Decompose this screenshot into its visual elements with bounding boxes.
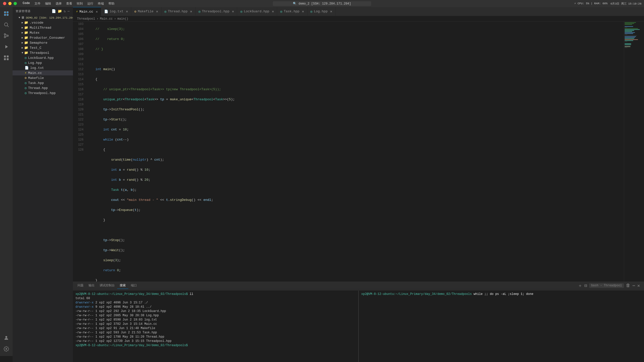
sidebar-item-testc[interactable]: ▶ 📁 Test_C (13, 45, 73, 50)
panel-tab-problems[interactable]: 问题 (75, 282, 86, 289)
terminal-output-main-cc: -rw-rw-r-- 1 xp2 xp2 3782 Jun 3 15:14 Ma… (75, 322, 356, 326)
tab-log-txt-label: log.txt (110, 10, 124, 13)
panel-tab-ports[interactable]: 端口 (128, 282, 139, 289)
tab-makefile-label: Makefile (138, 10, 153, 13)
panel-close-icon[interactable]: ✕ (637, 283, 640, 288)
tab-makefile-close[interactable]: ✕ (156, 9, 158, 14)
sidebar-lockguard-label: LockGuard.hpp (28, 56, 54, 60)
tab-log-txt-close[interactable]: ✕ (126, 9, 128, 14)
tab-log-txt[interactable]: 📄 log.txt ✕ (101, 7, 131, 16)
new-file-icon[interactable]: 📄 (52, 9, 56, 13)
code-text[interactable]: // sleep(3); // return 0; // } int main(… (86, 22, 624, 282)
sidebar-productor-label: Productor_Consumer (30, 36, 65, 40)
code-line-126: sleep(3); (88, 258, 620, 263)
sidebar-item-makefile[interactable]: ⚙ Makefile (13, 75, 73, 80)
panel-bash-label[interactable]: bash - Threadpool (589, 283, 624, 288)
window-title[interactable]: 🔍 demo_2 [SSH: 129.204.171.204] (273, 1, 371, 6)
panel-right-tools: ＋ ⊟ bash - Threadpool 🗑 ⋯ ✕ (578, 283, 642, 289)
tab-task-hpp[interactable]: ◎ Task.hpp ✕ (277, 7, 307, 16)
tab-makefile[interactable]: ⚙ Makefile ✕ (131, 7, 162, 16)
terminal-output-log-txt: -rw-rw-r-- 1 xp2 xp2 8590 Jun 2 19:03 lo… (75, 318, 356, 322)
panel-add-terminal-icon[interactable]: ＋ (578, 283, 582, 289)
sidebar-item-semaphore[interactable]: ▶ 📁 Semaphore (13, 40, 73, 45)
tab-log-hpp[interactable]: ◎ Log.hpp ✕ (307, 7, 336, 16)
code-line-108: { (88, 77, 620, 82)
tab-lockguard-hpp-close[interactable]: ✕ (272, 9, 274, 14)
menu-terminal[interactable]: 终端 (98, 2, 104, 6)
tab-task-hpp-icon: ◎ (280, 10, 282, 14)
terminal-output-lockguard: -rw-rw-r-- 1 xp2 xp2 292 Jun 2 18:35 Loc… (75, 309, 356, 313)
activity-account[interactable] (2, 333, 11, 342)
activity-extensions[interactable] (2, 53, 11, 62)
code-line-117: int a = rand() % 10; (88, 167, 620, 172)
sidebar-main-cc-label: Main.cc (28, 71, 42, 75)
tab-thread-hpp-close[interactable]: ✕ (190, 9, 192, 14)
terminal-left[interactable]: xp2@VM-8-12-ubuntu:~/Linux_Primary/day_3… (73, 291, 358, 362)
tab-thread-hpp[interactable]: ◎ Thread.hpp ✕ (162, 7, 195, 16)
sidebar-item-log-txt[interactable]: 📄 log.txt (13, 65, 73, 70)
code-line-106 (88, 57, 620, 62)
collapse-icon[interactable]: ⋯ (68, 9, 70, 13)
panel-tab-output[interactable]: 输出 (86, 282, 97, 289)
sidebar-item-thread-hpp[interactable]: ◎ Thread.hpp (13, 85, 73, 90)
line-numbers: 103 104 105 106 107 108 109 110 111 112 … (73, 22, 86, 282)
panel-trash-icon[interactable]: 🗑 (626, 283, 630, 288)
maximize-button[interactable] (14, 2, 17, 5)
tab-threadpool-hpp-close[interactable]: ✕ (232, 9, 234, 14)
terminal-output-dir1: drwxrwxr-x 2 xp2 xp2 4096 Jun 3 15:17 ./ (75, 301, 356, 305)
app-container: 资源管理器 📄 📁 ↻ ⋯ ▼ 🖥 DEMO_02 [SSH: 129.204.… (0, 7, 644, 362)
menu-select[interactable]: 选择 (56, 2, 62, 6)
tab-log-hpp-close[interactable]: ✕ (330, 9, 332, 14)
sidebar-item-threadpool[interactable]: ▼ 📁 Threadpool (13, 50, 73, 55)
svg-line-7 (6, 36, 7, 37)
terminal-right[interactable]: xp2@VM-8-12-ubuntu:~/Linux_Primary/day_3… (359, 291, 644, 362)
sidebar-item-vscode[interactable]: ▶ 📁 .vscode (13, 20, 73, 25)
panel-tab-debug-console[interactable]: 调试控制台 (97, 282, 117, 289)
sidebar-item-lockguard[interactable]: ◎ LockGuard.hpp (13, 55, 73, 60)
panel-tab-search[interactable]: 搜索 (117, 282, 128, 289)
minimize-button[interactable] (8, 2, 12, 5)
activity-search[interactable] (2, 20, 11, 29)
sidebar-item-main-cc[interactable]: ⚡ Main.cc (13, 70, 73, 75)
sidebar-testc-label: Test_C (30, 46, 42, 50)
panel-more-icon[interactable]: ⋯ (632, 283, 635, 288)
tab-main-cc-close[interactable]: ✕ (96, 10, 98, 14)
terminal-output-makefile: -rw-rw-r-- 1 xp2 xp2 91 Jun 1 21:40 Make… (75, 326, 356, 331)
tab-task-hpp-close[interactable]: ✕ (302, 9, 304, 14)
menu-run[interactable]: 运行 (87, 2, 93, 6)
sidebar-item-mutex[interactable]: ▶ 📁 Mutex (13, 30, 73, 35)
sidebar-item-demo02-root[interactable]: ▼ 🖥 DEMO_02 [SSH: 129.204.171.204] (13, 15, 73, 20)
menu-goto[interactable]: 转到 (77, 2, 83, 6)
new-folder-icon[interactable]: 📁 (58, 9, 62, 13)
tab-lockguard-hpp[interactable]: ◎ LockGuard.hpp ✕ (237, 7, 277, 16)
menu-file[interactable]: 文件 (34, 2, 41, 6)
activity-source-control[interactable] (2, 31, 11, 40)
menu-code[interactable]: Code (23, 2, 30, 6)
sidebar-item-log-hpp[interactable]: ◎ Log.hpp (13, 60, 73, 65)
refresh-icon[interactable]: ↻ (64, 9, 66, 13)
panel-split-icon[interactable]: ⊟ (584, 283, 587, 288)
menu-edit[interactable]: 编辑 (45, 2, 51, 6)
breadcrumb-threadpool[interactable]: Threadpool (77, 17, 95, 21)
menu-view[interactable]: 查看 (66, 2, 72, 6)
tab-threadpool-hpp[interactable]: ◎ Threadpool.hpp ✕ (195, 7, 237, 16)
activity-explorer[interactable] (2, 9, 11, 18)
window-controls[interactable] (3, 2, 17, 5)
tab-log-hpp-label: Log.hpp (314, 10, 328, 13)
breadcrumb-main-cc[interactable]: Main.cc (100, 17, 112, 21)
activity-settings[interactable] (2, 344, 11, 353)
sidebar-item-productor-consumer[interactable]: ▶ 📁 Productor_Consumer (13, 35, 73, 40)
sidebar-item-threadpool-hpp[interactable]: ◎ Threadpool.hpp (13, 90, 73, 96)
close-button[interactable] (3, 2, 6, 5)
sidebar-task-hpp-label: Task.hpp (28, 81, 44, 85)
tab-main-cc[interactable]: ⚡ Main.cc ✕ (73, 7, 101, 16)
sidebar-item-multithread[interactable]: ▶ 📁 MultiThread (13, 25, 73, 30)
tab-lockguard-hpp-label: LockGuard.hpp (244, 10, 269, 13)
menu-help[interactable]: 帮助 (108, 2, 114, 6)
terminal-output-threadpool: -rw-rw-r-- 1 xp2 xp2 12739 Jun 3 15:15 T… (75, 339, 356, 343)
activity-run-debug[interactable] (2, 42, 11, 51)
breadcrumb-main-func[interactable]: main() (117, 17, 128, 21)
sidebar-vscode-label: .vscode (30, 21, 44, 25)
code-editor[interactable]: 103 104 105 106 107 108 109 110 111 112 … (73, 22, 644, 282)
sidebar-item-task-hpp[interactable]: ◎ Task.hpp (13, 80, 73, 85)
